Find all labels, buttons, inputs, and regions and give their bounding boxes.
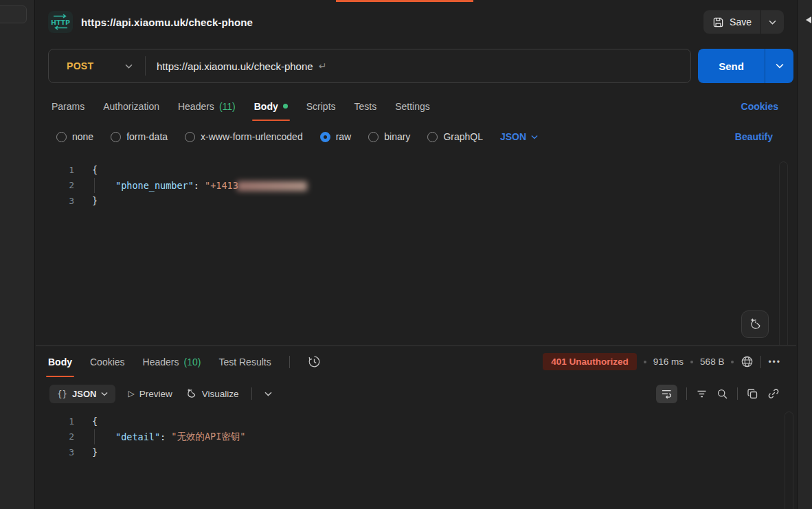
- sparkle-ball-icon: [747, 317, 763, 332]
- divider: [737, 387, 738, 400]
- request-body-editor[interactable]: 1 { 2 "phone_number" : "+1413 3 }: [36, 159, 796, 345]
- save-button[interactable]: Save: [703, 10, 760, 34]
- send-button[interactable]: Send: [698, 49, 765, 83]
- editor-scrollbar[interactable]: [785, 411, 793, 509]
- chevron-down-icon: [101, 392, 108, 396]
- request-panel: HTTP https://api.xiaomu.uk/check-phone S…: [36, 0, 796, 509]
- tab-label: Authorization: [103, 101, 159, 112]
- radio-label: none: [72, 131, 93, 142]
- response-tab-headers[interactable]: Headers (10): [143, 346, 201, 377]
- collapse-toolbar-button[interactable]: [264, 392, 272, 396]
- url-input[interactable]: https://api.xiaomu.uk/check-phone ↵: [146, 60, 690, 72]
- filter-button[interactable]: [696, 388, 708, 400]
- save-options-button[interactable]: [760, 10, 784, 34]
- code-token: :: [160, 431, 171, 442]
- tab-params[interactable]: Params: [52, 91, 84, 121]
- radio-label: GraphQL: [443, 131, 483, 142]
- http-request-icon: HTTP: [48, 11, 73, 33]
- radio-circle: [427, 132, 438, 142]
- dot-separator: [644, 361, 646, 363]
- chevron-down-icon: [264, 392, 272, 396]
- json-value: "+1413: [205, 180, 238, 191]
- right-sidebar: [797, 0, 812, 509]
- response-format-selector[interactable]: {} JSON: [49, 385, 115, 403]
- json-key: "detail": [115, 431, 160, 442]
- radio-circle-selected: [320, 132, 330, 142]
- tab-label: Body: [48, 357, 72, 367]
- radio-label: binary: [384, 131, 410, 142]
- app-root: HTTP https://api.xiaomu.uk/check-phone S…: [0, 0, 812, 509]
- response-history-button[interactable]: [308, 355, 321, 368]
- network-info-button[interactable]: [741, 355, 754, 368]
- code-line: 3 }: [36, 444, 796, 460]
- code-line: 1 {: [36, 414, 796, 429]
- radio-form-data[interactable]: form-data: [111, 131, 168, 142]
- response-body-editor[interactable]: 1 { 2 "detail" : "无效的API密钥" 3 }: [36, 409, 796, 509]
- wrap-text-button[interactable]: [656, 385, 677, 403]
- visualize-button[interactable]: Visualize: [185, 387, 239, 400]
- filter-icon: [696, 388, 708, 400]
- indent-guide: [94, 178, 115, 194]
- response-time: 916 ms: [653, 357, 684, 367]
- enter-hint: ↵: [319, 60, 327, 71]
- radio-x-www-form-urlencoded[interactable]: x-www-form-urlencoded: [185, 131, 303, 142]
- preview-label: Preview: [139, 389, 172, 399]
- language-selector[interactable]: JSON: [500, 131, 538, 142]
- cookies-link[interactable]: Cookies: [741, 101, 778, 112]
- code-token: {: [92, 416, 98, 427]
- tab-body[interactable]: Body: [254, 91, 288, 121]
- tab-label: Tests: [354, 101, 377, 112]
- url-bar: POST https://api.xiaomu.uk/check-phone ↵: [48, 49, 691, 83]
- chevron-down-icon: [531, 135, 538, 139]
- copy-icon: [747, 388, 758, 400]
- json-key: "phone_number": [115, 180, 194, 191]
- svg-text:HTTP: HTTP: [51, 19, 70, 26]
- tab-scripts[interactable]: Scripts: [306, 91, 336, 121]
- radio-none[interactable]: none: [56, 131, 93, 142]
- send-options-button[interactable]: [765, 49, 793, 83]
- postbot-button[interactable]: [741, 310, 769, 338]
- response-panel: Body Cookies Headers (10) Test Results: [36, 346, 796, 509]
- dot-separator: [731, 361, 734, 363]
- tab-settings[interactable]: Settings: [395, 91, 430, 121]
- method-selector[interactable]: POST: [49, 60, 145, 71]
- tab-tests[interactable]: Tests: [354, 91, 377, 121]
- tab-label: Test Results: [218, 357, 271, 367]
- status-badge: 401 Unauthorized: [543, 353, 637, 370]
- chevron-down-icon: [125, 64, 133, 69]
- save-split-button: Save: [703, 10, 784, 34]
- response-tab-cookies[interactable]: Cookies: [90, 346, 125, 377]
- save-button-label: Save: [730, 16, 752, 27]
- divider: [686, 387, 687, 400]
- search-button[interactable]: [717, 388, 728, 400]
- response-tab-body[interactable]: Body: [48, 346, 72, 377]
- tab-authorization[interactable]: Authorization: [103, 91, 159, 121]
- more-options-button[interactable]: •••: [768, 357, 781, 367]
- radio-label: raw: [336, 131, 352, 142]
- body-modified-dot: [283, 104, 288, 109]
- copy-button[interactable]: [747, 388, 758, 400]
- code-token: :: [194, 180, 205, 191]
- line-number: 3: [36, 447, 74, 457]
- code-line: 1 {: [36, 162, 796, 178]
- sidebar-collapsed-item[interactable]: [0, 5, 27, 23]
- tab-headers[interactable]: Headers (11): [178, 91, 236, 121]
- line-number: 1: [36, 165, 74, 175]
- code-line: 2 "phone_number" : "+1413: [36, 178, 796, 194]
- indent-guide: [94, 429, 115, 445]
- radio-graphql[interactable]: GraphQL: [427, 131, 483, 142]
- format-label: JSON: [72, 389, 96, 399]
- line-number: 3: [36, 196, 74, 206]
- response-tabs: Body Cookies Headers (10) Test Results: [36, 346, 796, 377]
- braces-icon: {}: [57, 389, 67, 399]
- radio-binary[interactable]: binary: [368, 131, 410, 142]
- response-meta: 401 Unauthorized 916 ms 568 B: [543, 346, 781, 377]
- line-number: 2: [36, 431, 74, 442]
- link-button[interactable]: [767, 387, 780, 400]
- preview-button[interactable]: ▷ Preview: [128, 389, 172, 399]
- beautify-link[interactable]: Beautify: [735, 131, 776, 142]
- response-tab-test-results[interactable]: Test Results: [218, 346, 271, 377]
- editor-scrollbar[interactable]: [779, 161, 788, 345]
- collapsed-panel-arrow-icon[interactable]: [806, 16, 811, 23]
- radio-raw[interactable]: raw: [320, 131, 352, 142]
